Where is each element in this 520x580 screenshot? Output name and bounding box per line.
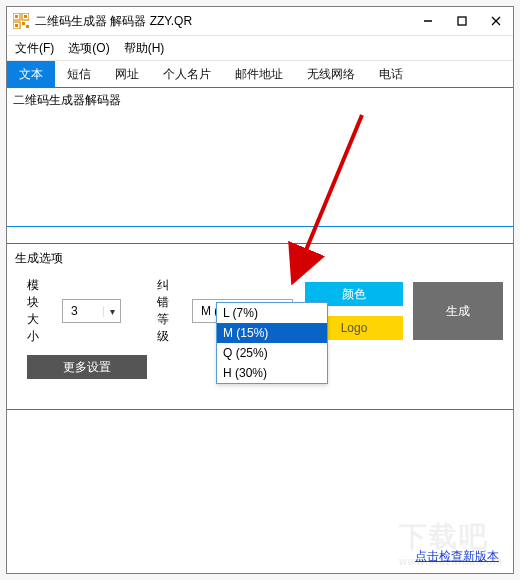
section-title: 生成选项 (7, 244, 513, 273)
close-button[interactable] (479, 7, 513, 35)
text-input[interactable]: 二维码生成器解码器 (7, 88, 513, 227)
error-level-option-l[interactable]: L (7%) (217, 303, 327, 323)
menu-options[interactable]: 选项(O) (68, 40, 109, 57)
module-size-value: 3 (63, 304, 103, 318)
svg-rect-1 (15, 15, 18, 18)
window-title: 二维码生成器 解码器 ZZY.QR (35, 13, 411, 30)
svg-rect-9 (458, 17, 466, 25)
separator (7, 409, 513, 410)
svg-rect-3 (24, 15, 27, 18)
maximize-button[interactable] (445, 7, 479, 35)
menu-file[interactable]: 文件(F) (15, 40, 54, 57)
window-controls (411, 7, 513, 35)
generate-button[interactable]: 生成 (413, 282, 503, 340)
chevron-down-icon: ▾ (103, 306, 120, 317)
menu-help[interactable]: 帮助(H) (124, 40, 165, 57)
module-size-dropdown[interactable]: 3 ▾ (62, 299, 121, 323)
tab-bar: 文本 短信 网址 个人名片 邮件地址 无线网络 电话 (7, 61, 513, 88)
error-level-option-h[interactable]: H (30%) (217, 363, 327, 383)
tab-email[interactable]: 邮件地址 (223, 61, 295, 87)
label-module-size: 模块大小 (27, 277, 50, 345)
tab-vcard[interactable]: 个人名片 (151, 61, 223, 87)
error-level-option-q[interactable]: Q (25%) (217, 343, 327, 363)
watermark: 下载吧 www.xiazaiba.com (399, 518, 503, 567)
menu-bar: 文件(F) 选项(O) 帮助(H) (7, 36, 513, 61)
app-window: 二维码生成器 解码器 ZZY.QR 文件(F) 选项(O) 帮助(H) 文本 (6, 6, 514, 574)
tab-text[interactable]: 文本 (7, 61, 55, 87)
tab-sms[interactable]: 短信 (55, 61, 103, 87)
minimize-button[interactable] (411, 7, 445, 35)
svg-rect-5 (15, 24, 18, 27)
tab-url[interactable]: 网址 (103, 61, 151, 87)
error-level-dropdown-list: L (7%) M (15%) Q (25%) H (30%) (216, 302, 328, 384)
label-error-level: 纠错等级 (157, 277, 180, 345)
svg-rect-7 (26, 25, 29, 28)
more-settings-button[interactable]: 更多设置 (27, 355, 147, 379)
error-level-option-m[interactable]: M (15%) (217, 323, 327, 343)
tab-wifi[interactable]: 无线网络 (295, 61, 367, 87)
app-icon (13, 13, 29, 29)
svg-rect-6 (22, 22, 25, 25)
title-bar: 二维码生成器 解码器 ZZY.QR (7, 7, 513, 36)
tab-phone[interactable]: 电话 (367, 61, 415, 87)
